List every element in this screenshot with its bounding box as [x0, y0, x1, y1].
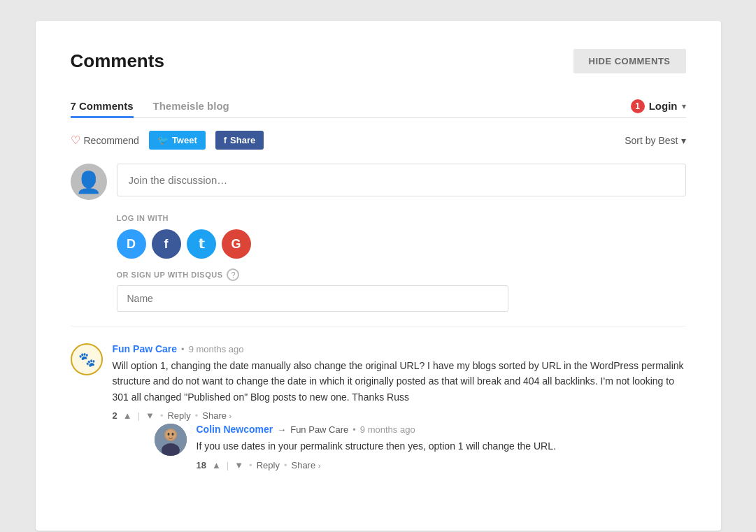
dot-sep-2: • — [195, 410, 199, 421]
reply-link[interactable]: Reply — [257, 460, 280, 470]
sort-label: Sort by Best — [625, 135, 678, 146]
comment-actions: 18 ▲ | ▼ • Reply • Share › — [197, 460, 686, 470]
discussion-row: 👤 — [71, 164, 686, 200]
login-section: LOG IN WITH D f 𝕥 G OR SIGN UP WITH DISQ… — [117, 214, 686, 312]
dot-separator: • — [181, 344, 185, 354]
tabs-row: 7 Comments Themeisle blog 1 Login ▾ — [71, 94, 686, 118]
vote-count: 18 — [197, 460, 206, 470]
user-icon: 👤 — [76, 170, 101, 194]
comment-thread: 🐾 Fun Paw Care • 9 months ago Will optio… — [71, 343, 686, 496]
dot-separator: • — [352, 424, 356, 435]
dot-sep: • — [249, 460, 252, 470]
comment-body: Fun Paw Care • 9 months ago Will option … — [113, 343, 686, 483]
heart-icon: ♡ — [71, 134, 80, 147]
svg-text:🐾: 🐾 — [78, 351, 95, 368]
share-chevron-icon: › — [318, 461, 321, 470]
upvote-button[interactable]: ▲ — [211, 460, 222, 470]
twitter-login-button[interactable]: 𝕥 — [187, 229, 216, 259]
comment-meta: Colin Newcomer → Fun Paw Care • 9 months… — [197, 424, 686, 435]
or-sign-up-label: OR SIGN UP WITH DISQUS — [117, 271, 223, 279]
table-row: 🐾 Fun Paw Care • 9 months ago Will optio… — [71, 343, 686, 483]
commenter-name[interactable]: Colin Newcomer — [197, 424, 273, 435]
facebook-login-button[interactable]: f — [152, 229, 181, 259]
login-area: 1 Login ▾ — [631, 99, 686, 113]
table-row: Colin Newcomer → Fun Paw Care • 9 months… — [155, 424, 686, 470]
sort-dropdown[interactable]: Sort by Best ▾ — [625, 135, 685, 146]
avatar: 🐾 — [71, 343, 103, 375]
downvote-button[interactable]: ▼ — [233, 460, 245, 470]
share-label: Share — [230, 135, 255, 145]
tab-comments[interactable]: 7 Comments — [71, 94, 134, 117]
social-icons-row: D f 𝕥 G — [117, 229, 686, 259]
hide-comments-button[interactable]: HIDE COMMENTS — [573, 49, 686, 73]
reply-arrow-icon: → — [277, 424, 286, 435]
help-icon[interactable]: ? — [227, 268, 239, 281]
share-link[interactable]: Share › — [291, 460, 320, 470]
vote-count: 2 — [113, 410, 117, 421]
log-in-with-label: LOG IN WITH — [117, 214, 686, 222]
discussion-input[interactable] — [117, 164, 686, 196]
login-badge: 1 — [631, 99, 645, 113]
actions-row: ♡ Recommend 🐦 Tweet f Share Sort by Best… — [71, 131, 686, 150]
colin-avatar-img — [155, 424, 187, 456]
share-link[interactable]: Share › — [202, 410, 231, 421]
fun-paw-logo: 🐾 — [73, 346, 100, 373]
share-text: Share — [202, 410, 227, 421]
name-input[interactable] — [117, 285, 508, 312]
google-login-button[interactable]: G — [222, 229, 251, 259]
sign-up-row: OR SIGN UP WITH DISQUS ? — [117, 268, 686, 281]
separator: | — [138, 410, 140, 421]
reply-to-label: Fun Paw Care — [290, 424, 348, 435]
comment-actions: 2 ▲ | ▼ • Reply • Share › — [113, 410, 686, 421]
downvote-button[interactable]: ▼ — [144, 410, 156, 421]
dot-sep-2: • — [284, 460, 287, 470]
commenter-name[interactable]: Fun Paw Care — [113, 343, 178, 354]
svg-point-6 — [167, 433, 169, 436]
share-text: Share — [291, 460, 315, 470]
comment-time: 9 months ago — [189, 344, 244, 354]
divider — [71, 326, 686, 326]
page-title: Comments — [71, 50, 164, 72]
avatar — [155, 424, 187, 456]
upvote-button[interactable]: ▲ — [122, 410, 134, 421]
facebook-icon: f — [224, 135, 227, 145]
comments-card: Comments HIDE COMMENTS 7 Comments Themei… — [36, 21, 721, 531]
disqus-login-button[interactable]: D — [117, 229, 146, 259]
separator: | — [227, 460, 229, 470]
comment-meta: Fun Paw Care • 9 months ago — [113, 343, 686, 354]
recommend-button[interactable]: ♡ Recommend — [71, 134, 139, 147]
tweet-button[interactable]: 🐦 Tweet — [149, 131, 206, 150]
twitter-bird-icon: 🐦 — [157, 135, 169, 145]
comment-text: Will option 1, changing the date manuall… — [113, 358, 686, 405]
tab-themeisle[interactable]: Themeisle blog — [153, 94, 229, 117]
facebook-share-button[interactable]: f Share — [215, 131, 264, 150]
comment-time: 9 months ago — [360, 424, 415, 435]
tweet-label: Tweet — [172, 135, 197, 145]
share-chevron-icon: › — [229, 412, 232, 420]
guest-avatar: 👤 — [71, 164, 107, 200]
header-row: Comments HIDE COMMENTS — [71, 49, 686, 73]
svg-point-7 — [171, 433, 173, 436]
sort-chevron-icon: ▾ — [681, 135, 686, 146]
reply-link[interactable]: Reply — [167, 410, 190, 421]
nested-comment: Colin Newcomer → Fun Paw Care • 9 months… — [155, 424, 686, 470]
comment-body: Colin Newcomer → Fun Paw Care • 9 months… — [197, 424, 686, 470]
chevron-down-icon[interactable]: ▾ — [682, 101, 686, 111]
dot-sep: • — [160, 410, 164, 421]
name-input-row — [117, 285, 686, 312]
comment-text: If you use dates in your permalink struc… — [197, 438, 686, 454]
recommend-label: Recommend — [84, 135, 139, 146]
login-button[interactable]: Login — [649, 100, 678, 112]
